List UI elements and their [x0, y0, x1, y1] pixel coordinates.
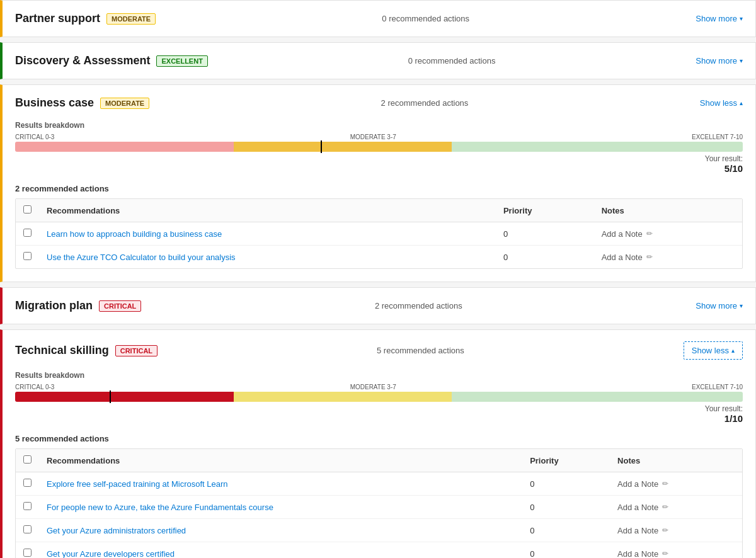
progress-label-business-case-1: MODERATE 3-7 [350, 134, 396, 140]
row-checkbox-cell-business-case-0 [16, 222, 39, 246]
section-header-left-technical-skilling: Technical skillingCRITICAL [15, 344, 158, 357]
section-toggle-partner-support[interactable]: Show more▾ [696, 14, 743, 23]
row-checkbox-cell-business-case-1 [16, 246, 39, 269]
section-header-technical-skilling: Technical skillingCRITICAL5 recommended … [3, 330, 755, 371]
results-breakdown-technical-skilling: Results breakdownCRITICAL 0-3MODERATE 3-… [15, 371, 743, 424]
progress-bar-technical-skilling [15, 392, 743, 402]
section-recommended-count-technical-skilling: 5 recommended actions [377, 346, 464, 355]
table-row: Get your Azure developers certified0Add … [16, 542, 742, 559]
section-technical-skilling: Technical skillingCRITICAL5 recommended … [0, 329, 756, 558]
row-checkbox-technical-skilling-3[interactable] [23, 549, 32, 557]
table-container-technical-skilling: RecommendationsPriorityNotesExplore free… [15, 448, 743, 558]
edit-icon-technical-skilling-1[interactable]: ✏ [662, 503, 668, 511]
note-text-technical-skilling-1: Add a Note [617, 503, 658, 512]
section-recommended-count-partner-support: 0 recommended actions [382, 14, 469, 23]
rec-link-technical-skilling-1[interactable]: For people new to Azure, take the Azure … [47, 503, 273, 512]
section-header-left-discovery-assessment: Discovery & AssessmentEXCELLENT [15, 54, 208, 67]
section-title-business-case: Business case [15, 96, 94, 110]
edit-icon-technical-skilling-0[interactable]: ✏ [662, 479, 668, 488]
section-header-left-partner-support: Partner supportMODERATE [15, 12, 156, 25]
section-header-right-technical-skilling: Show less▴ [684, 341, 743, 360]
note-cell-technical-skilling-0: Add a Note✏ [617, 479, 735, 489]
section-header-partner-support: Partner supportMODERATE0 recommended act… [3, 1, 755, 37]
select-all-checkbox-business-case[interactable] [23, 205, 32, 214]
edit-icon-technical-skilling-3[interactable]: ✏ [662, 549, 668, 558]
rec-link-technical-skilling-0[interactable]: Explore free self-paced training at Micr… [47, 479, 228, 489]
progress-wrapper-business-case [15, 142, 743, 152]
progress-marker-business-case [321, 140, 322, 153]
row-note-technical-skilling-1: Add a Note✏ [610, 496, 742, 519]
progress-wrapper-technical-skilling [15, 392, 743, 402]
section-toggle-migration-plan[interactable]: Show more▾ [696, 301, 743, 310]
section-badge-migration-plan: CRITICAL [99, 300, 141, 312]
result-label-business-case: Your result: [15, 154, 743, 163]
rec-link-technical-skilling-2[interactable]: Get your Azure administrators certified [47, 526, 186, 535]
table-header-business-case-2: Priority [496, 199, 594, 222]
section-badge-technical-skilling: CRITICAL [115, 345, 158, 356]
row-checkbox-business-case-1[interactable] [23, 252, 32, 260]
row-checkbox-cell-technical-skilling-2 [16, 519, 39, 542]
rec-count-technical-skilling: 5 recommended actions [15, 434, 743, 443]
section-toggle-business-case[interactable]: Show less▴ [700, 98, 743, 108]
row-recommendation-business-case-0: Learn how to approach building a busines… [39, 222, 496, 246]
table-container-business-case: RecommendationsPriorityNotesLearn how to… [15, 198, 743, 269]
row-checkbox-cell-technical-skilling-0 [16, 472, 39, 496]
section-toggle-discovery-assessment[interactable]: Show more▾ [696, 56, 743, 65]
row-note-business-case-1: Add a Note✏ [594, 246, 742, 269]
progress-label-technical-skilling-0: CRITICAL 0-3 [15, 384, 54, 390]
result-value-technical-skilling: 1/10 [15, 413, 743, 424]
row-checkbox-cell-technical-skilling-1 [16, 496, 39, 519]
section-title-partner-support: Partner support [15, 12, 100, 25]
table-row: For people new to Azure, take the Azure … [16, 496, 742, 519]
row-recommendation-technical-skilling-1: For people new to Azure, take the Azure … [39, 496, 522, 519]
progress-label-business-case-0: CRITICAL 0-3 [15, 134, 54, 140]
edit-icon-business-case-0[interactable]: ✏ [646, 229, 653, 238]
table-header-technical-skilling-2: Priority [522, 449, 610, 472]
row-checkbox-business-case-0[interactable] [23, 229, 32, 237]
table-header-technical-skilling-0 [16, 449, 39, 472]
section-header-right-partner-support: Show more▾ [696, 14, 743, 23]
note-text-technical-skilling-2: Add a Note [617, 526, 658, 535]
section-toggle-technical-skilling[interactable]: Show less▴ [684, 341, 743, 360]
table-header-business-case-0 [16, 199, 39, 222]
row-priority-technical-skilling-0: 0 [522, 472, 610, 496]
section-title-discovery-assessment: Discovery & Assessment [15, 54, 150, 67]
section-discovery-assessment: Discovery & AssessmentEXCELLENT0 recomme… [0, 42, 756, 79]
result-value-business-case: 5/10 [15, 163, 743, 174]
section-badge-discovery-assessment: EXCELLENT [156, 55, 207, 67]
table-header-business-case-3: Notes [594, 199, 742, 222]
section-header-right-discovery-assessment: Show more▾ [696, 56, 743, 65]
progress-segment-business-case-2 [452, 142, 743, 152]
section-toggle-label-technical-skilling: Show less [692, 346, 729, 355]
section-badge-business-case: MODERATE [100, 98, 149, 109]
row-checkbox-cell-technical-skilling-3 [16, 542, 39, 559]
progress-labels-business-case: CRITICAL 0-3MODERATE 3-7EXCELLENT 7-10 [15, 134, 743, 140]
rec-link-business-case-0[interactable]: Learn how to approach building a busines… [47, 229, 222, 239]
progress-segment-technical-skilling-1 [234, 392, 452, 402]
rec-link-business-case-1[interactable]: Use the Azure TCO Calculator to build yo… [47, 253, 236, 262]
row-checkbox-technical-skilling-0[interactable] [23, 479, 32, 487]
progress-marker-technical-skilling [110, 390, 111, 403]
section-toggle-chevron-technical-skilling: ▴ [731, 347, 735, 354]
row-checkbox-technical-skilling-1[interactable] [23, 502, 32, 510]
select-all-checkbox-technical-skilling[interactable] [23, 455, 32, 464]
row-note-technical-skilling-2: Add a Note✏ [610, 519, 742, 542]
table-technical-skilling: RecommendationsPriorityNotesExplore free… [16, 449, 742, 558]
rec-link-technical-skilling-3[interactable]: Get your Azure developers certified [47, 549, 175, 559]
section-toggle-label-business-case: Show less [700, 98, 737, 108]
row-note-business-case-0: Add a Note✏ [594, 222, 742, 246]
note-cell-business-case-0: Add a Note✏ [602, 229, 735, 239]
progress-bar-business-case [15, 142, 743, 152]
row-checkbox-technical-skilling-2[interactable] [23, 525, 32, 533]
progress-segment-technical-skilling-2 [452, 392, 743, 402]
edit-icon-technical-skilling-2[interactable]: ✏ [662, 526, 668, 535]
section-body-business-case: Results breakdownCRITICAL 0-3MODERATE 3-… [3, 121, 755, 282]
table-header-technical-skilling-1: Recommendations [39, 449, 522, 472]
edit-icon-business-case-1[interactable]: ✏ [646, 253, 653, 261]
row-recommendation-business-case-1: Use the Azure TCO Calculator to build yo… [39, 246, 496, 269]
table-header-technical-skilling-3: Notes [610, 449, 742, 472]
section-recommended-count-migration-plan: 2 recommended actions [375, 301, 462, 310]
note-cell-technical-skilling-2: Add a Note✏ [617, 526, 735, 535]
table-business-case: RecommendationsPriorityNotesLearn how to… [16, 199, 742, 268]
results-breakdown-business-case: Results breakdownCRITICAL 0-3MODERATE 3-… [15, 121, 743, 174]
